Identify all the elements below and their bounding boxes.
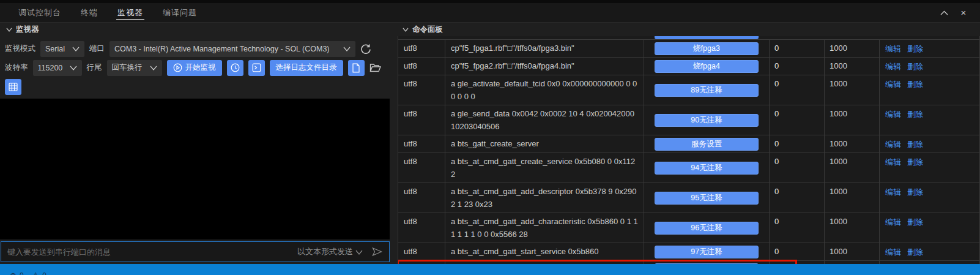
warnings-icon: ⚠ bbox=[32, 271, 40, 275]
send-message-icon[interactable] bbox=[371, 247, 383, 257]
cell-encoding: utf8 bbox=[398, 153, 445, 183]
cell-interval: 1000 bbox=[825, 153, 880, 183]
edit-link[interactable]: 编辑 bbox=[885, 60, 901, 73]
command-send-button[interactable]: 烧fpga4 bbox=[655, 60, 759, 73]
monitor-pane: 监视器 监视模式 Serial 端口 COM3 - Intel(R) Activ… bbox=[0, 23, 396, 264]
cell-encoding: utf8 bbox=[398, 183, 445, 213]
message-input-row: 以文本形式发送 bbox=[1, 241, 390, 262]
line-ending-label: 行尾 bbox=[87, 62, 102, 73]
table-row: utf8 a bts_at_cmd_gatt_create_service 0x… bbox=[398, 153, 979, 183]
baud-select[interactable]: 115200 bbox=[33, 60, 82, 76]
command-send-button[interactable]: 95无注释 bbox=[655, 192, 759, 205]
select-log-dir-button[interactable]: 选择日志文件目录 bbox=[270, 60, 343, 76]
cell-actions: 编辑 删除 bbox=[880, 183, 979, 213]
command-table-body: utf8 cp"f5_fpga1.rbf"□"/tffs0a/fpga3.bin… bbox=[398, 40, 979, 264]
edit-link[interactable]: 编辑 bbox=[885, 156, 901, 168]
edit-link[interactable]: 编辑 bbox=[885, 108, 901, 121]
command-send-button[interactable]: 96无注释 bbox=[655, 222, 759, 235]
delete-link[interactable]: 删除 bbox=[907, 156, 923, 168]
edit-link[interactable]: 编辑 bbox=[885, 216, 901, 228]
tab-terminal[interactable]: 终端 bbox=[71, 3, 108, 22]
table-row: utf8 cp"f5_fpga2.rbf"□"/tffs0a/fpga4.bin… bbox=[398, 58, 979, 75]
monitor-controls-row1: 监视模式 Serial 端口 COM3 - Intel(R) Active Ma… bbox=[5, 40, 392, 57]
cell-encoding: utf8 bbox=[398, 213, 445, 243]
delete-link[interactable]: 删除 bbox=[907, 246, 923, 258]
mode-select[interactable]: Serial bbox=[40, 41, 84, 57]
chevron-down-icon bbox=[70, 64, 77, 72]
cell-send-button: 97无注释 bbox=[644, 243, 770, 260]
table-row: utf8 cp"f5_fpga1.rbf"□"/tffs0a/fpga3.bin… bbox=[398, 40, 979, 58]
command-send-button[interactable]: 服务设置 bbox=[655, 138, 759, 151]
play-circle-icon bbox=[173, 63, 182, 72]
cell-interval: 1000 bbox=[825, 213, 880, 243]
edit-link[interactable]: 编辑 bbox=[885, 138, 901, 151]
warnings-count: 0 bbox=[42, 271, 46, 275]
baud-select-value: 115200 bbox=[38, 64, 63, 72]
tab-monitor[interactable]: 监视器 bbox=[108, 3, 153, 22]
command-send-button[interactable]: 97无注释 bbox=[655, 246, 759, 258]
chevron-down-icon bbox=[403, 28, 409, 32]
cell-send-button: 服务设置 bbox=[644, 135, 770, 153]
timestamp-toggle-button[interactable] bbox=[227, 60, 243, 76]
edit-link[interactable]: 编辑 bbox=[885, 78, 901, 91]
cell-count: 0 bbox=[770, 243, 825, 260]
edit-link[interactable]: 编辑 bbox=[885, 186, 901, 198]
cell-send-button: 89无注释 bbox=[644, 75, 770, 105]
close-panel-icon[interactable]: × bbox=[958, 7, 969, 18]
port-select-value: COM3 - Intel(R) Active Management Techno… bbox=[114, 45, 330, 53]
cell-command: cp"f5_fpga1.rbf"□"/tffs0a/fpga3.bin" bbox=[445, 40, 644, 57]
delete-link[interactable]: 删除 bbox=[907, 216, 923, 228]
terminal-view-button[interactable] bbox=[248, 60, 265, 76]
edit-link[interactable]: 编辑 bbox=[885, 246, 901, 258]
cell-actions: 编辑 删除 bbox=[880, 75, 979, 105]
delete-link[interactable]: 删除 bbox=[907, 42, 923, 55]
command-section-header[interactable]: 命令面板 bbox=[396, 23, 980, 36]
cell-send-button: 96无注释 bbox=[644, 213, 770, 243]
command-send-button[interactable]: 89无注释 bbox=[655, 84, 759, 97]
new-log-file-button[interactable] bbox=[348, 60, 365, 76]
delete-link[interactable]: 删除 bbox=[907, 186, 923, 198]
cell-interval: 1000 bbox=[825, 58, 880, 75]
command-table-toggle-button[interactable] bbox=[5, 79, 21, 95]
cell-encoding: utf8 bbox=[398, 135, 445, 153]
command-send-button[interactable]: 90无注释 bbox=[655, 114, 759, 127]
message-input[interactable] bbox=[7, 247, 291, 257]
chevron-down-icon bbox=[150, 64, 157, 72]
cell-encoding: utf8 bbox=[398, 58, 445, 75]
cell-actions: 编辑 删除 bbox=[880, 153, 979, 183]
cell-command: a bts_at_cmd_gatt_start_service 0x5b860 bbox=[445, 243, 644, 260]
command-pane: 命令面板 utf8 cp"f5_fpga1.rbf"□"/tffs0a/fpga… bbox=[396, 23, 980, 264]
port-select[interactable]: COM3 - Intel(R) Active Management Techno… bbox=[110, 41, 355, 57]
cell-send-button: 95无注释 bbox=[644, 183, 770, 213]
table-row: utf8 a gle_send_data 0x0042 0x0002 10 4 … bbox=[398, 105, 979, 135]
maximize-panel-icon[interactable] bbox=[938, 7, 949, 18]
command-table: utf8 cp"f5_fpga1.rbf"□"/tffs0a/fpga3.bin… bbox=[398, 36, 980, 264]
edit-link[interactable]: 编辑 bbox=[885, 42, 901, 55]
table-row: utf8 a bts_at_cmd_gatt_add_descriptor 0x… bbox=[398, 183, 979, 213]
problems-status[interactable]: ⊗ 0 ⚠ 0 bbox=[0, 271, 980, 275]
cell-interval: 1000 bbox=[825, 135, 880, 153]
chevron-down-icon bbox=[355, 247, 363, 257]
command-send-button[interactable]: 94无注释 bbox=[655, 162, 759, 175]
delete-link[interactable]: 删除 bbox=[907, 108, 923, 121]
tab-problems[interactable]: 编译问题 bbox=[153, 3, 207, 22]
command-send-button[interactable]: 烧fpga3 bbox=[655, 42, 759, 55]
open-folder-icon[interactable] bbox=[369, 63, 381, 72]
cell-encoding: utf8 bbox=[398, 105, 445, 135]
send-mode-select[interactable]: 以文本形式发送 bbox=[297, 246, 363, 257]
line-ending-select[interactable]: 回车换行 bbox=[107, 60, 162, 76]
port-label: 端口 bbox=[89, 43, 105, 54]
start-monitoring-button[interactable]: 开始监视 bbox=[167, 60, 222, 76]
serial-output-terminal[interactable] bbox=[0, 99, 390, 239]
delete-link[interactable]: 删除 bbox=[907, 60, 923, 73]
select-log-dir-label: 选择日志文件目录 bbox=[276, 62, 337, 73]
refresh-ports-icon[interactable] bbox=[360, 43, 371, 55]
delete-link[interactable]: 删除 bbox=[907, 138, 923, 151]
line-ending-select-value: 回车换行 bbox=[112, 62, 143, 73]
tab-debug-console[interactable]: 调试控制台 bbox=[9, 3, 71, 22]
monitor-section-header[interactable]: 监视器 bbox=[0, 23, 396, 36]
table-row: utf8 a gle_activate_default_tcid 0x0 0x0… bbox=[398, 75, 979, 105]
delete-link[interactable]: 删除 bbox=[907, 78, 923, 91]
cell-actions: 编辑 删除 bbox=[880, 243, 979, 260]
status-bar: ⊗ 0 ⚠ 0 bbox=[0, 264, 980, 275]
